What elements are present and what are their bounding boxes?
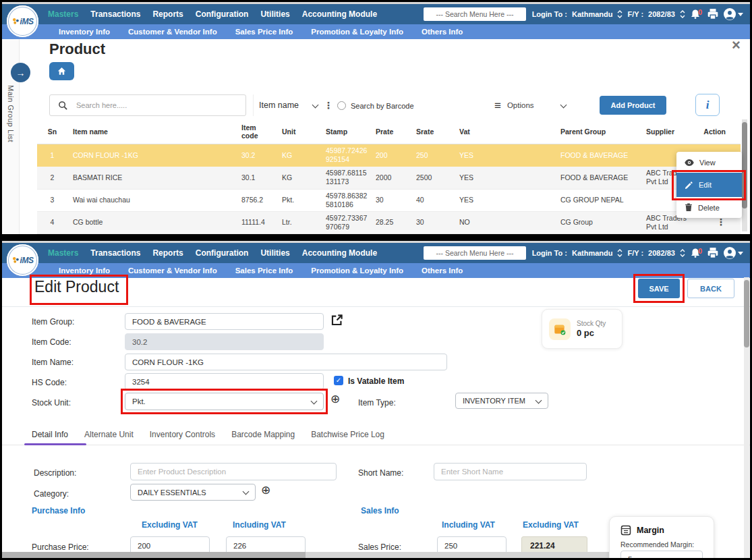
table-row[interactable]: 1 CORN FLOUR -1KG 30.2 KG 45987.72426925…	[37, 144, 741, 167]
recommended-margin-field[interactable]	[620, 551, 703, 558]
menu-search-input[interactable]	[424, 7, 526, 21]
app-logo[interactable]: iMS	[7, 5, 38, 37]
fiscal-year-label: F/Y :	[627, 10, 643, 18]
table-row[interactable]: 2 BASMATI RICE 30.1 KG 45987.68115131173…	[37, 167, 741, 189]
submenu-sales-price-info[interactable]: Sales Price Info	[235, 28, 293, 36]
navbar-right-cluster: Login To : Kathmandu F/Y : 2082/83 0	[532, 243, 743, 263]
user-icon	[724, 8, 736, 20]
stock-unit-select[interactable]: Pkt.	[125, 393, 324, 410]
tab-inventory-controls[interactable]: Inventory Controls	[150, 430, 215, 439]
cell-srate: 2500	[411, 167, 454, 189]
submenu-promotion-loyalty-info[interactable]: Promotion & Loyalty Info	[311, 28, 403, 36]
action-edit[interactable]: Edit	[676, 173, 742, 197]
fiscal-year-spinner-icon[interactable]	[680, 9, 685, 19]
app-logo[interactable]: iMS	[7, 244, 38, 276]
item-code-label: Item Code:	[32, 337, 71, 347]
expand-sidebar-button[interactable]: →	[11, 63, 30, 82]
user-menu-button[interactable]	[724, 247, 743, 259]
barcode-radio-label: Search by Barcode	[351, 102, 414, 110]
home-button[interactable]	[49, 62, 74, 80]
tab-batchwise-price-log[interactable]: Batchwise Price Log	[311, 430, 384, 439]
cell-sn: 4	[37, 211, 67, 233]
save-button[interactable]: SAVE	[638, 279, 680, 298]
menu-accounting-module[interactable]: Accounting Module	[302, 248, 377, 258]
cell-srate: 30	[411, 211, 454, 233]
add-category-icon[interactable]: ⊕	[261, 485, 270, 496]
notifications-button[interactable]: 0	[690, 248, 702, 258]
close-icon[interactable]: ×	[732, 38, 741, 53]
fiscal-year-spinner-icon[interactable]	[680, 248, 685, 258]
scrollbar-thumb[interactable]	[2, 552, 306, 558]
print-icon[interactable]	[707, 8, 719, 20]
external-link-icon[interactable]	[330, 314, 343, 327]
menu-utilities[interactable]: Utilities	[260, 9, 289, 19]
menu-transactions[interactable]: Transactions	[90, 9, 140, 19]
submenu-others-info[interactable]: Others Info	[422, 267, 463, 275]
submenu-customer-vendor-info[interactable]: Customer & Vendor Info	[128, 28, 217, 36]
barcode-radio[interactable]	[337, 101, 346, 110]
vertical-scrollbar[interactable]	[744, 277, 749, 558]
search-kebab-icon[interactable]: ⋮	[324, 101, 333, 110]
menu-configuration[interactable]: Configuration	[196, 248, 249, 258]
notifications-button[interactable]: 0	[690, 9, 702, 20]
row-actions-kebab-icon[interactable]: ⋮	[716, 217, 726, 227]
purchase-price-label: Purchase Price:	[32, 542, 89, 552]
vertical-scrollbar[interactable]	[742, 119, 747, 231]
menu-reports[interactable]: Reports	[152, 9, 183, 19]
cell-unit: Ltr.	[277, 211, 320, 233]
description-field[interactable]	[130, 463, 337, 480]
scrollbar-thumb[interactable]	[742, 122, 747, 208]
product-search-input[interactable]	[75, 101, 223, 110]
menu-search-input[interactable]	[424, 246, 526, 260]
menu-transactions[interactable]: Transactions	[90, 248, 140, 258]
menu-masters[interactable]: Masters	[48, 248, 78, 258]
hs-code-field[interactable]	[125, 373, 324, 390]
branch-spinner-icon[interactable]	[617, 9, 623, 19]
options-dropdown[interactable]: ≡ Options	[494, 97, 566, 113]
category-select[interactable]: DAILY ESSENTIALS	[130, 484, 256, 501]
submenu-inventory-info[interactable]: Inventory Info	[59, 267, 110, 275]
logo-pinwheel-icon	[12, 256, 20, 264]
menu-reports[interactable]: Reports	[152, 248, 183, 258]
item-type-select[interactable]: INVENTORY ITEM	[455, 393, 548, 409]
scrollbar-thumb[interactable]	[744, 280, 749, 347]
action-delete[interactable]: Delete	[676, 197, 742, 218]
fiscal-year-value[interactable]: 2082/83	[648, 249, 675, 257]
submenu-customer-vendor-info[interactable]: Customer & Vendor Info	[128, 267, 217, 275]
item-type-label: Item Type:	[358, 398, 396, 408]
tab-barcode-mapping[interactable]: Barcode Mapping	[231, 430, 295, 439]
add-unit-icon[interactable]: ⊕	[330, 394, 340, 405]
submenu-others-info[interactable]: Others Info	[422, 28, 463, 36]
short-name-field[interactable]	[434, 463, 587, 480]
main-menu: Masters Transactions Reports Configurati…	[48, 9, 377, 19]
fiscal-year-value[interactable]: 2082/83	[648, 10, 675, 18]
print-icon[interactable]	[707, 247, 719, 259]
horizontal-scrollbar[interactable]	[2, 552, 633, 558]
item-name-field[interactable]	[125, 354, 447, 370]
menu-utilities[interactable]: Utilities	[260, 248, 289, 258]
user-menu-button[interactable]	[724, 8, 743, 20]
add-product-button[interactable]: Add Product	[600, 96, 666, 115]
tab-detail-info[interactable]: Detail Info	[32, 430, 68, 439]
info-button[interactable]: i	[695, 94, 720, 116]
login-branch-value[interactable]: Kathmandu	[572, 249, 613, 257]
action-view[interactable]: View	[676, 152, 742, 173]
login-branch-value[interactable]: Kathmandu	[572, 10, 613, 18]
menu-masters[interactable]: Masters	[48, 9, 78, 19]
is-vatable-checkbox[interactable]: ✓	[334, 376, 343, 385]
item-group-field[interactable]	[125, 313, 324, 330]
submenu-promotion-loyalty-info[interactable]: Promotion & Loyalty Info	[311, 267, 403, 275]
menu-configuration[interactable]: Configuration	[196, 9, 249, 19]
tab-alternate-unit[interactable]: Alternate Unit	[84, 430, 134, 439]
search-filter-select[interactable]: Item name	[253, 94, 318, 116]
submenu-sales-price-info[interactable]: Sales Price Info	[235, 267, 293, 275]
table-row[interactable]: 3 Wai wai chauchau 8756.2 Pkt. 45978.863…	[37, 189, 741, 211]
submenu-inventory-info[interactable]: Inventory Info	[59, 28, 110, 36]
item-type-value: INVENTORY ITEM	[463, 397, 525, 405]
cell-item-name: BASMATI RICE	[67, 167, 236, 189]
col-supplier: Supplier	[641, 119, 695, 144]
back-button[interactable]: BACK	[687, 279, 734, 298]
menu-accounting-module[interactable]: Accounting Module	[302, 9, 377, 19]
branch-spinner-icon[interactable]	[617, 248, 623, 258]
table-row[interactable]: 4 CG bottle 11111.4 Ltr. 45972.733679706…	[37, 211, 741, 233]
